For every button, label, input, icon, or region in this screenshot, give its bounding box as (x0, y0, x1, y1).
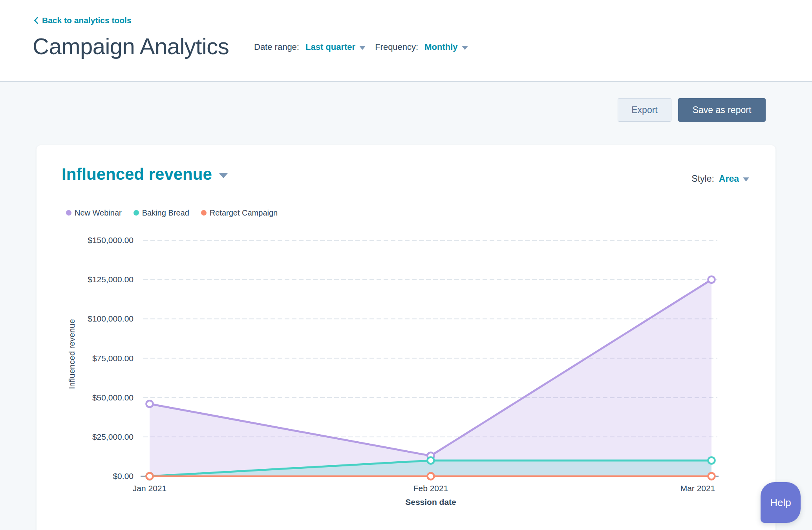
data-point[interactable] (428, 457, 434, 464)
date-range-value: Last quarter (305, 42, 355, 52)
chevron-left-icon (33, 16, 38, 24)
x-axis-title: Session date (405, 497, 456, 506)
x-axis-tick-label: Feb 2021 (413, 484, 448, 493)
data-point[interactable] (708, 457, 715, 464)
report-filters: Date range: Last quarter Frequency: Mont… (254, 40, 468, 54)
back-link-label: Back to analytics tools (42, 16, 132, 25)
date-range-select[interactable]: Last quarter (305, 42, 366, 52)
frequency-label: Frequency: (375, 42, 418, 52)
area-fill (150, 280, 711, 476)
save-as-report-button[interactable]: Save as report (678, 98, 766, 122)
data-point[interactable] (146, 400, 153, 407)
y-axis-tick-label: $50,000.00 (92, 393, 134, 402)
back-link[interactable]: Back to analytics tools (33, 16, 132, 25)
data-point[interactable] (146, 473, 153, 480)
data-point[interactable] (708, 276, 715, 283)
page-header: Back to analytics tools Campaign Analyti… (0, 0, 812, 82)
x-axis-tick-label: Jan 2021 (133, 484, 166, 493)
data-point[interactable] (428, 473, 434, 480)
y-axis-tick-label: $75,000.00 (92, 354, 134, 363)
help-button[interactable]: Help (761, 482, 801, 523)
area-chart: $0.00$25,000.00$50,000.00$75,000.00$100,… (37, 145, 775, 530)
y-axis-tick-label: $150,000.00 (88, 236, 134, 245)
data-point[interactable] (708, 473, 715, 480)
y-axis-tick-label: $125,000.00 (88, 275, 134, 284)
frequency-select[interactable]: Monthly (424, 42, 468, 52)
page-title: Campaign Analytics (33, 33, 229, 59)
y-axis-tick-label: $100,000.00 (88, 314, 134, 323)
y-axis-title: Influenced revenue (67, 319, 76, 389)
export-button[interactable]: Export (618, 98, 671, 122)
y-axis-tick-label: $0.00 (113, 472, 134, 481)
report-card: Influenced revenue Style: Area New Webin… (37, 145, 775, 530)
caret-down-icon (462, 46, 468, 50)
frequency-value: Monthly (424, 42, 457, 52)
x-axis-tick-label: Mar 2021 (680, 484, 715, 493)
y-axis-tick-label: $25,000.00 (92, 432, 134, 441)
caret-down-icon (359, 46, 366, 50)
date-range-label: Date range: (254, 42, 299, 52)
